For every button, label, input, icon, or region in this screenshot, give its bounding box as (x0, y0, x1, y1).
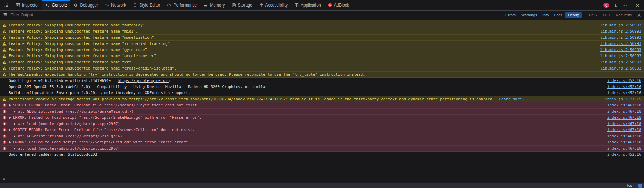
source-location-link[interactable]: lib.min.js:2:50993 (595, 23, 641, 27)
console-message-error: ERROR: Failed to load script "res://Scri… (0, 139, 644, 146)
clear-console-button[interactable] (1, 11, 10, 20)
tab-style-editor[interactable]: Style Editor (130, 0, 164, 10)
source-location-link[interactable]: lib.min.js:2:50993 (595, 41, 641, 46)
tab-adblock[interactable]: AdBlock (324, 0, 353, 10)
source-location-link[interactable]: lib.min.js:2:50993 (595, 29, 641, 34)
error-icon (2, 128, 7, 132)
storage-icon (232, 3, 236, 7)
expand-arrow-icon[interactable] (13, 123, 16, 125)
filter-toggle-errors[interactable]: Errors (503, 12, 518, 18)
console-output: Feature Policy: Skipping unsupported fea… (0, 20, 644, 175)
warning-icon (2, 97, 7, 101)
filter-output-input[interactable] (10, 12, 503, 18)
filter-toggle-css[interactable]: CSS (587, 12, 599, 18)
source-location-link[interactable]: lib.min.js:2:50993 (595, 60, 641, 64)
message-link[interactable]: https://html-classic.itch.zone/html/1689… (131, 97, 286, 101)
tab-memory[interactable]: Memory (200, 0, 228, 10)
tab-label: Style Editor (139, 3, 160, 8)
pick-element-icon (4, 3, 9, 8)
network-icon (105, 3, 109, 7)
tab-application[interactable]: Application (291, 0, 324, 10)
expand-arrow-icon[interactable] (9, 129, 11, 131)
console-message-warn: Feature Policy: Skipping unsupported fea… (0, 65, 644, 72)
warning-icon (2, 48, 7, 52)
error-icon (2, 134, 7, 138)
page-top-link[interactable]: Top ↑ (627, 184, 635, 187)
tab-accessibility[interactable]: Accessibility (256, 0, 291, 10)
source-location-link[interactable]: lib.min.js:2:50993 (595, 35, 641, 40)
warning-icon (2, 36, 7, 39)
source-location-link[interactable]: index.js:467:18 (602, 134, 641, 138)
page-corner-icon[interactable] (638, 184, 642, 188)
source-location-link[interactable]: index.js:467:18 (602, 146, 641, 151)
message-link[interactable]: https://godotengine.org (118, 78, 170, 83)
expand-arrow-icon[interactable] (9, 104, 11, 107)
message-link[interactable]: [Learn More] (497, 97, 524, 101)
source-location-link[interactable]: index.js:1:27315 (599, 97, 641, 101)
console-message-warn: Feature Policy: Skipping unsupported fea… (0, 22, 644, 28)
tab-performance[interactable]: Performance (164, 0, 200, 10)
warning-icon (2, 60, 7, 64)
expand-arrow-icon[interactable] (9, 141, 11, 144)
clipped-message-row (0, 20, 644, 22)
error-icon (2, 147, 7, 150)
console-input-row[interactable]: » (0, 175, 644, 183)
tab-label: Console (52, 3, 67, 8)
tab-console[interactable]: Console (42, 0, 70, 10)
filter-input-wrap (10, 12, 503, 18)
expand-arrow-icon[interactable] (13, 110, 16, 113)
source-location-link[interactable]: index.js:452:16 (602, 78, 641, 83)
console-message-error: at: load (modules/gdscript/gdscript.cpp:… (0, 146, 644, 152)
devtools-menu-button[interactable]: ⋯ (620, 1, 629, 10)
source-location-link[interactable]: index.js:467:18 (602, 103, 641, 108)
filter-toggle-logs[interactable]: Logs (552, 12, 565, 18)
tab-label: Memory (210, 3, 225, 8)
source-location-link[interactable]: index.js:467:18 (602, 140, 641, 145)
pick-element-button[interactable] (0, 0, 12, 10)
console-message-warn: Feature Policy: Skipping unsupported fea… (0, 47, 644, 53)
style-editor-icon (133, 3, 137, 7)
filter-toggle-info[interactable]: Info (540, 12, 551, 18)
tab-inspector[interactable]: Inspector (12, 0, 42, 10)
performance-icon (167, 3, 171, 7)
source-location-link[interactable]: index.js:467:18 (602, 115, 641, 120)
tab-network[interactable]: Network (102, 0, 130, 10)
meatball-menu-icon: ⋯ (622, 3, 628, 8)
source-location-link[interactable]: lib.min.js:2:50993 (595, 54, 641, 58)
message-text: OpenGL API OpenGL ES 3.0 (WebGL 2.0) - C… (9, 85, 267, 89)
debugger-icon (74, 3, 78, 7)
expand-arrow-icon[interactable] (13, 147, 16, 150)
error-count-badge: 8 (603, 3, 609, 8)
source-location-link[interactable]: index.js:452:16 (602, 152, 641, 157)
warning-icon (2, 42, 7, 46)
tab-storage[interactable]: Storage (228, 0, 256, 10)
filter-toggle-xhr[interactable]: XHR (600, 12, 612, 18)
console-filter-bar: ErrorsWarningsInfoLogsDebug CSSXHRReques… (0, 11, 644, 20)
filter-toggle-warnings[interactable]: Warnings (519, 12, 539, 18)
expand-arrow-icon[interactable] (13, 135, 16, 138)
devtools-toolbar: InspectorConsoleDebuggerNetworkStyle Edi… (0, 0, 644, 11)
console-message-error: at: load (modules/gdscript/gdscript.cpp:… (0, 121, 644, 127)
message-text: Godot Engine v4.6.1.stable.official.14d1… (9, 78, 170, 83)
source-location-link[interactable]: index.js:467:18 (602, 109, 641, 114)
source-location-link[interactable]: index.js:467:18 (602, 128, 641, 132)
filter-secondary-group: CSSXHRRequests (586, 12, 634, 18)
expand-arrow-icon[interactable] (9, 116, 11, 119)
responsive-design-button[interactable] (610, 1, 619, 10)
filter-toggle-debug[interactable]: Debug (565, 12, 581, 18)
console-command-input[interactable] (8, 176, 641, 181)
filter-toggle-requests[interactable]: Requests (613, 12, 634, 18)
source-location-link[interactable]: index.js:467:18 (602, 122, 641, 126)
console-message-warn: The WebAssembly exception handling 'try'… (0, 72, 644, 78)
tab-debugger[interactable]: Debugger (70, 0, 102, 10)
message-text: Feature Policy: Skipping unsupported fea… (9, 54, 158, 58)
console-icon (46, 3, 50, 7)
source-location-link[interactable]: index.js:452:16 (602, 85, 641, 89)
console-settings-button[interactable] (634, 11, 643, 20)
source-location-link[interactable]: lib.min.js:2:50993 (595, 48, 641, 52)
close-devtools-button[interactable]: × (633, 1, 642, 10)
tab-label: Application (301, 3, 321, 8)
source-location-link[interactable]: lib.min.js:2:50993 (595, 66, 641, 71)
source-location-link[interactable]: index.js:452:16 (602, 91, 641, 95)
application-icon (295, 3, 299, 7)
